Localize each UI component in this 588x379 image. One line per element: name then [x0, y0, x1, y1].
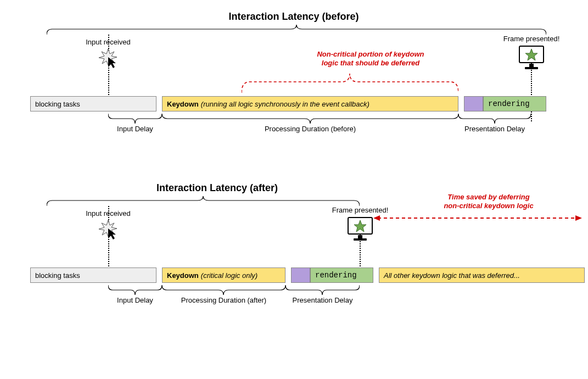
svg-rect-2 — [529, 64, 534, 67]
after-input-delay-label: Input Delay — [108, 296, 162, 304]
before-red-note: Non-critical portion of keydown logic th… — [294, 50, 447, 68]
after-processing-label: Processing Duration (after) — [156, 296, 291, 304]
red-note-line1: Time saved by deferring — [447, 193, 529, 201]
before-input-delay-brace — [108, 114, 162, 124]
burst-cursor-icon — [97, 47, 119, 69]
after-render-bar: rendering — [310, 267, 373, 283]
svg-marker-0 — [99, 49, 117, 66]
monitor-star-icon — [518, 45, 545, 70]
keydown-bold: Keydown — [167, 271, 199, 280]
deferred-label: All other keydown logic that was deferre… — [384, 271, 520, 280]
frame-presented-label: Frame presented! — [332, 206, 389, 214]
after-purple-bar — [291, 267, 310, 283]
svg-marker-8 — [99, 220, 117, 238]
blocking-label: blocking tasks — [35, 271, 80, 280]
frame-presented-label: Frame presented! — [503, 35, 560, 43]
before-top-brace — [47, 25, 546, 35]
before-presentation-brace — [458, 114, 531, 124]
before-frame-presented: Frame presented! — [496, 35, 567, 70]
after-input-received: Input received — [75, 209, 141, 241]
red-note-line2: logic that should be deferred — [322, 59, 419, 67]
before-render-bar: rendering — [483, 96, 546, 112]
burst-cursor-icon — [97, 219, 119, 241]
after-title: Interaction Latency (after) — [156, 182, 585, 194]
blocking-label: blocking tasks — [35, 100, 80, 108]
after-presentation-label: Presentation Delay — [280, 296, 365, 304]
before-presentation-label: Presentation Delay — [453, 125, 536, 133]
after-input-delay-brace — [108, 285, 162, 295]
before-input-received: Input received — [75, 38, 141, 69]
after-bar-row: blocking tasks Keydown (critical logic o… — [30, 267, 585, 284]
render-label: rendering — [315, 271, 357, 280]
after-presentation-brace — [285, 285, 360, 295]
before-keydown-bar: Keydown (running all logic synchronously… — [162, 96, 458, 112]
after-blocking-bar: blocking tasks — [30, 267, 156, 283]
after-section: Interaction Latency (after) Time saved b… — [30, 182, 585, 315]
after-annotation-row: Input received Frame presented! — [30, 206, 585, 266]
after-under-row: Input Delay Processing Duration (after) … — [30, 285, 585, 315]
input-received-label: Input received — [86, 38, 131, 46]
before-blocking-bar: blocking tasks — [30, 96, 156, 112]
before-input-delay-label: Input Delay — [108, 125, 162, 133]
after-deferred-bar: All other keydown logic that was deferre… — [379, 267, 585, 283]
before-bar-row: blocking tasks Keydown (running all logi… — [30, 96, 557, 113]
svg-rect-11 — [354, 238, 367, 241]
after-top-brace — [47, 196, 360, 206]
after-frame-presented: Frame presented! — [324, 206, 396, 242]
before-under-row: Input Delay Processing Duration (before)… — [30, 114, 557, 144]
before-section: Interaction Latency (before) Input recei… — [30, 11, 557, 144]
before-processing-brace — [162, 114, 458, 124]
svg-rect-10 — [358, 235, 362, 238]
before-purple-bar — [464, 96, 483, 112]
keydown-ital: (running all logic synchronously in the … — [201, 100, 369, 108]
before-annotation-row: Input received Non-critical portion of k… — [30, 35, 557, 95]
render-label: rendering — [488, 99, 530, 108]
before-title: Interaction Latency (before) — [30, 11, 557, 23]
keydown-bold: Keydown — [167, 100, 199, 108]
monitor-star-icon — [347, 216, 373, 242]
after-keydown-bar: Keydown (critical logic only) — [162, 267, 285, 283]
before-red-brace — [242, 71, 458, 93]
red-note-line1: Non-critical portion of keydown — [317, 50, 424, 58]
keydown-ital: (critical logic only) — [201, 271, 257, 280]
svg-rect-3 — [525, 67, 538, 69]
after-processing-brace — [162, 285, 285, 295]
input-received-label: Input received — [86, 209, 131, 218]
before-processing-label: Processing Duration (before) — [162, 125, 458, 133]
